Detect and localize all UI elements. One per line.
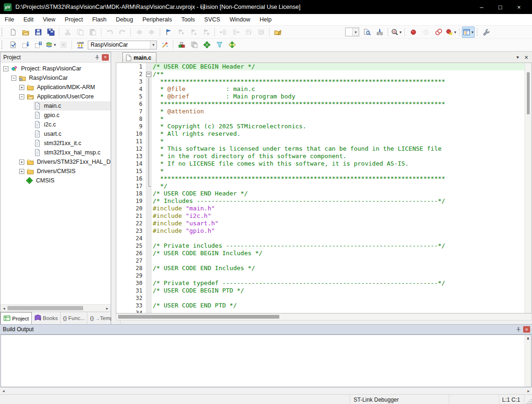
tree-item[interactable]: usart.c xyxy=(0,129,111,139)
chevron-down-icon[interactable]: ▾ xyxy=(54,42,56,47)
build-button[interactable] xyxy=(20,40,31,50)
close-file-icon[interactable]: × xyxy=(525,54,528,61)
chevron-down-icon[interactable]: ▾ xyxy=(454,30,456,35)
close-button[interactable]: × xyxy=(510,0,528,14)
uncomment-button[interactable] xyxy=(255,27,267,37)
project-panel-close-button[interactable]: × xyxy=(102,54,109,61)
new-file-button[interactable] xyxy=(7,27,19,37)
tree-item[interactable]: stm32f1xx_hal_msp.c xyxy=(0,148,111,157)
menu-edit[interactable]: Edit xyxy=(19,14,38,25)
panel-splitter[interactable] xyxy=(111,52,116,325)
expand-icon[interactable]: + xyxy=(19,160,24,165)
scroll-thumb[interactable] xyxy=(7,306,83,310)
scroll-right-icon[interactable]: ▸ xyxy=(525,388,532,394)
incremental-find-button[interactable] xyxy=(374,27,385,37)
menu-debug[interactable]: Debug xyxy=(111,14,138,25)
code-editor[interactable]: 1/* USER CODE BEGIN Header */2/**3 *****… xyxy=(116,63,532,313)
pin-icon[interactable] xyxy=(515,326,522,333)
translate-button[interactable] xyxy=(7,40,19,50)
menu-view[interactable]: View xyxy=(38,14,60,25)
scroll-down-icon[interactable]: ▾ xyxy=(525,335,531,341)
expand-icon[interactable]: + xyxy=(19,169,24,174)
tree-item[interactable]: i2c.c xyxy=(0,120,111,129)
scroll-thumb[interactable] xyxy=(527,72,530,114)
tree-item[interactable]: main.c xyxy=(0,101,111,111)
collapse-icon[interactable]: − xyxy=(19,94,24,99)
scroll-left-icon[interactable]: ◂ xyxy=(0,305,7,312)
batch-build-button[interactable]: ▾ xyxy=(45,40,57,50)
find-combobox[interactable]: ▾ xyxy=(345,28,359,36)
tree-item[interactable]: CMSIS xyxy=(0,176,111,185)
chevron-down-icon[interactable]: ▾ xyxy=(471,30,474,35)
editor-hscrollbar[interactable] xyxy=(116,313,532,320)
pin-icon[interactable] xyxy=(93,54,101,61)
tab-main-c[interactable]: main.c xyxy=(122,52,156,63)
toolbar-drag-handle-icon[interactable] xyxy=(1,41,5,49)
panel-tab-books[interactable]: ?Books xyxy=(32,312,61,324)
panel-tab-func[interactable]: {}Func... xyxy=(61,312,88,324)
build-output-close-button[interactable]: × xyxy=(523,326,530,333)
tree-item[interactable]: −RaspVisionCar xyxy=(0,73,111,83)
breakpoint-disable-all-button[interactable] xyxy=(433,27,444,37)
bookmark-prev-button[interactable] xyxy=(188,27,199,37)
menu-window[interactable]: Window xyxy=(225,14,255,25)
tree-item[interactable]: +Drivers/STM32F1xx_HAL_Driver xyxy=(0,157,111,167)
file-list-dropdown-icon[interactable]: ▾ xyxy=(517,55,519,60)
stop-build-button[interactable] xyxy=(57,40,69,50)
outdent-button[interactable] xyxy=(217,27,229,37)
undo-button[interactable] xyxy=(104,27,115,37)
paste-button[interactable] xyxy=(87,27,99,37)
resize-grip[interactable] xyxy=(525,395,532,404)
target-options-button[interactable] xyxy=(159,40,170,50)
indent-button[interactable] xyxy=(230,27,241,37)
select-packs-button[interactable] xyxy=(213,40,225,50)
menu-project[interactable]: Project xyxy=(60,14,88,25)
scroll-thumb[interactable] xyxy=(118,315,279,319)
chevron-down-icon[interactable]: ▾ xyxy=(399,30,402,35)
collapse-icon[interactable]: − xyxy=(11,76,16,81)
breakpoint-kill-all-button[interactable]: ▾ xyxy=(445,27,457,37)
copy-button[interactable] xyxy=(74,27,86,37)
fold-collapse-icon[interactable] xyxy=(146,72,151,77)
comment-button[interactable] xyxy=(242,27,254,37)
manage-project-items-button[interactable] xyxy=(188,40,200,50)
tree-item[interactable]: −Project: RaspVisionCar xyxy=(0,64,111,73)
breakpoint-insert-button[interactable] xyxy=(407,27,419,37)
expand-icon[interactable]: + xyxy=(19,85,24,90)
search-at-button[interactable]: @▾ xyxy=(390,27,402,37)
menu-help[interactable]: Help xyxy=(255,14,277,25)
download-button[interactable]: LOAD xyxy=(74,40,86,50)
panel-tab-project[interactable]: Project xyxy=(0,312,32,324)
nav-back-button[interactable] xyxy=(133,27,145,37)
scroll-left-icon[interactable]: ◂ xyxy=(0,388,7,394)
rebuild-button[interactable] xyxy=(32,40,44,50)
tree-item[interactable]: gpio.c xyxy=(0,111,111,120)
find-in-files-button[interactable] xyxy=(361,27,373,37)
build-output-vscrollbar[interactable]: ▴ ▾ xyxy=(525,335,531,387)
editor-vscrollbar[interactable] xyxy=(525,63,532,313)
redo-button[interactable] xyxy=(116,27,128,37)
bookmark-next-button[interactable] xyxy=(175,27,187,37)
bookmark-toggle-button[interactable] xyxy=(163,27,174,37)
target-combobox[interactable]: RaspVisionCar▾ xyxy=(88,41,157,49)
save-button[interactable] xyxy=(32,27,44,37)
edit-folder-button[interactable] xyxy=(272,27,284,37)
tree-item[interactable]: +Application/MDK-ARM xyxy=(0,83,111,92)
project-hscrollbar[interactable]: ◂ ▸ xyxy=(0,304,111,312)
toolbar-drag-handle-icon[interactable] xyxy=(1,28,5,36)
minimize-button[interactable]: – xyxy=(472,0,491,14)
scroll-right-icon[interactable]: ▸ xyxy=(104,305,111,312)
window-layout-button[interactable]: ▾ xyxy=(462,27,475,38)
configure-button[interactable] xyxy=(480,27,491,37)
manage-rte-blocks-button[interactable] xyxy=(176,40,187,50)
chevron-down-icon[interactable]: ▾ xyxy=(150,41,156,49)
save-all-button[interactable] xyxy=(45,27,57,37)
tree-item[interactable]: −Application/User/Core xyxy=(0,92,111,101)
pack-installer-button[interactable] xyxy=(226,40,238,50)
nav-forward-button[interactable] xyxy=(146,27,157,37)
menu-file[interactable]: File xyxy=(0,14,19,25)
menu-flash[interactable]: Flash xyxy=(87,14,111,25)
build-output-hscrollbar[interactable]: ◂ ▸ xyxy=(0,387,532,394)
menu-tools[interactable]: Tools xyxy=(177,14,199,25)
chevron-down-icon[interactable]: ▾ xyxy=(352,28,359,36)
